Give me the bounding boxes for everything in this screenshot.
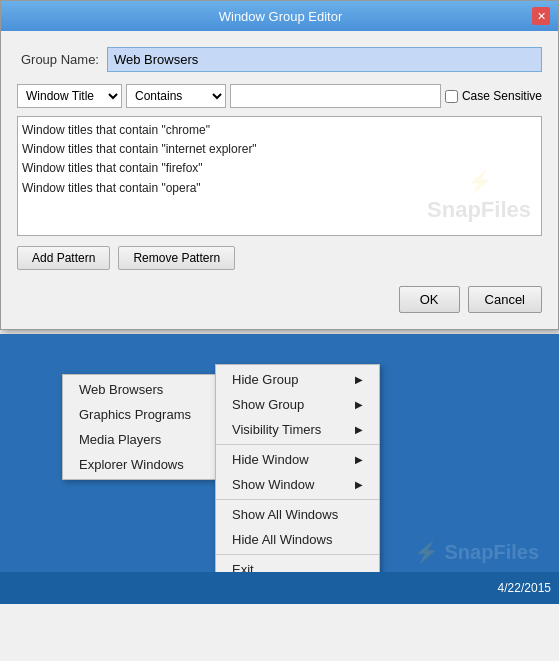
submenu-divider-3: [216, 554, 379, 555]
filter-value-input[interactable]: [230, 84, 441, 108]
submenu-show-window-label: Show Window: [232, 477, 314, 492]
primary-context-menu: Web Browsers Graphics Programs Media Pla…: [62, 374, 217, 480]
dialog-body: Group Name: Window Title Process Name Cl…: [1, 31, 558, 329]
dialog-close-button[interactable]: ✕: [532, 7, 550, 25]
submenu-arrow-hide-group: ▶: [355, 374, 363, 385]
submenu-show-window[interactable]: Show Window ▶: [216, 472, 379, 497]
case-sensitive-label[interactable]: Case Sensitive: [445, 89, 542, 103]
dialog-title: Window Group Editor: [29, 9, 532, 24]
list-item[interactable]: Window titles that contain "chrome": [22, 121, 537, 140]
filter-row: Window Title Process Name Class Name Con…: [17, 84, 542, 108]
taskbar-bar: 4/22/2015: [0, 572, 559, 604]
add-pattern-button[interactable]: Add Pattern: [17, 246, 110, 270]
submenu-visibility-timers[interactable]: Visibility Timers ▶: [216, 417, 379, 442]
list-item[interactable]: Window titles that contain "opera": [22, 179, 537, 198]
submenu-hide-group[interactable]: Hide Group ▶: [216, 367, 379, 392]
case-sensitive-text: Case Sensitive: [462, 89, 542, 103]
window-group-editor-dialog: Window Group Editor ✕ Group Name: Window…: [0, 0, 559, 330]
submenu-arrow-visibility-timers: ▶: [355, 424, 363, 435]
submenu-arrow-show-group: ▶: [355, 399, 363, 410]
pattern-buttons-row: Add Pattern Remove Pattern: [17, 246, 542, 270]
taskbar-section: Web Browsers Graphics Programs Media Pla…: [0, 334, 559, 604]
dialog-titlebar: Window Group Editor ✕: [1, 1, 558, 31]
ctx-item-explorer[interactable]: Explorer Windows: [63, 452, 216, 477]
taskbar-clock: 4/22/2015: [498, 581, 551, 595]
ctx-item-web-browsers[interactable]: Web Browsers: [63, 377, 216, 402]
group-name-row: Group Name:: [17, 47, 542, 72]
ctx-item-media[interactable]: Media Players: [63, 427, 216, 452]
submenu-hide-all-windows[interactable]: Hide All Windows: [216, 527, 379, 552]
dialog-footer: OK Cancel: [17, 282, 542, 313]
submenu-show-group-label: Show Group: [232, 397, 304, 412]
submenu-hide-all-windows-label: Hide All Windows: [232, 532, 332, 547]
cancel-button[interactable]: Cancel: [468, 286, 542, 313]
group-name-label: Group Name:: [17, 52, 107, 67]
ctx-item-graphics[interactable]: Graphics Programs: [63, 402, 216, 427]
filter-match-select[interactable]: Contains Equals Starts With Ends With Re…: [126, 84, 226, 108]
submenu-visibility-timers-label: Visibility Timers: [232, 422, 321, 437]
case-sensitive-checkbox[interactable]: [445, 90, 458, 103]
list-item[interactable]: Window titles that contain "internet exp…: [22, 140, 537, 159]
remove-pattern-button[interactable]: Remove Pattern: [118, 246, 235, 270]
submenu-show-all-windows-label: Show All Windows: [232, 507, 338, 522]
submenu-show-all-windows[interactable]: Show All Windows: [216, 502, 379, 527]
submenu-arrow-show-window: ▶: [355, 479, 363, 490]
taskbar-watermark: ⚡ SnapFiles: [414, 540, 539, 564]
filter-type-select[interactable]: Window Title Process Name Class Name: [17, 84, 122, 108]
submenu-arrow-hide-window: ▶: [355, 454, 363, 465]
submenu-hide-window-label: Hide Window: [232, 452, 309, 467]
submenu-hide-window[interactable]: Hide Window ▶: [216, 447, 379, 472]
submenu-hide-group-label: Hide Group: [232, 372, 298, 387]
submenu-show-group[interactable]: Show Group ▶: [216, 392, 379, 417]
submenu-divider-1: [216, 444, 379, 445]
patterns-list[interactable]: Window titles that contain "chrome" Wind…: [17, 116, 542, 236]
ok-button[interactable]: OK: [399, 286, 460, 313]
submenu-divider-2: [216, 499, 379, 500]
group-name-input[interactable]: [107, 47, 542, 72]
list-item[interactable]: Window titles that contain "firefox": [22, 159, 537, 178]
submenu: Hide Group ▶ Show Group ▶ Visibility Tim…: [215, 364, 380, 585]
